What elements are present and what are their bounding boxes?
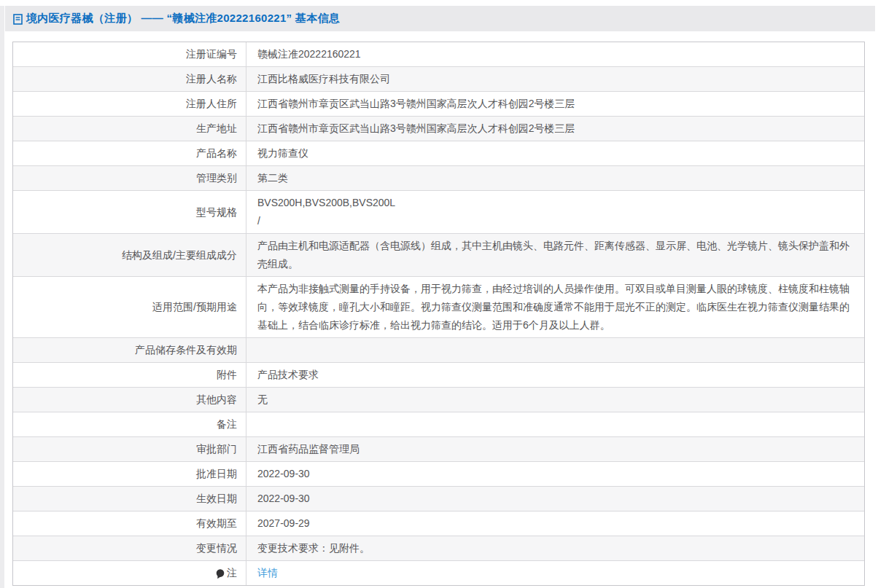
row-value — [246, 412, 864, 436]
row-label: 注册证编号 — [13, 42, 246, 66]
row-value: 变更技术要求：见附件。 — [246, 536, 864, 560]
row-value: 第二类 — [246, 166, 864, 190]
row-label: 产品名称 — [13, 141, 246, 165]
document-icon — [13, 14, 23, 25]
table-row: 生产地址 江西省赣州市章贡区武当山路3号赣州国家高层次人才科创园2号楼三层 — [13, 116, 864, 141]
row-value: 江西省药品监督管理局 — [246, 437, 864, 461]
table-row: 结构及组成/主要组成成分 产品由主机和电源适配器（含电源线）组成，其中主机由镜头… — [13, 233, 864, 276]
table-row: 注册人住所 江西省赣州市章贡区武当山路3号赣州国家高层次人才科创园2号楼三层 — [13, 91, 864, 116]
table-row: 有效期至 2027-09-29 — [13, 511, 864, 536]
details-link[interactable]: 详情 — [257, 564, 278, 582]
row-value: 江西比格威医疗科技有限公司 — [246, 67, 864, 91]
table-row: 注册证编号 赣械注准20222160221 — [13, 42, 864, 66]
row-value: 视力筛查仪 — [246, 141, 864, 165]
row-value: 2027-09-29 — [246, 511, 864, 536]
table-row: 备注 — [13, 412, 864, 436]
row-label: 注册人住所 — [13, 92, 246, 116]
table-row: 适用范围/预期用途 本产品为非接触式测量的手持设备，用于视力筛查，由经过培训的人… — [13, 276, 864, 337]
row-value: 产品技术要求 — [246, 363, 864, 387]
table-row: 附件 产品技术要求 — [13, 362, 864, 387]
row-label: 产品储存条件及有效期 — [13, 338, 246, 362]
table-row: 产品储存条件及有效期 — [13, 337, 864, 362]
table-row: 变更情况 变更技术要求：见附件。 — [13, 536, 864, 560]
row-value: 详情 — [246, 561, 864, 585]
row-label-text: 注 — [227, 564, 237, 582]
page-header-bar: 境内医疗器械（注册） —— “赣械注准20222160221” 基本信息 — [5, 6, 875, 31]
table-row: 管理类别 第二类 — [13, 165, 864, 190]
row-value: 本产品为非接触式测量的手持设备，用于视力筛查，由经过培训的人员操作使用。可双目或… — [246, 277, 864, 337]
row-value — [246, 338, 864, 362]
table-row: 注册人名称 江西比格威医疗科技有限公司 — [13, 66, 864, 91]
page-title-text: 境内医疗器械（注册） —— “赣械注准20222160221” 基本信息 — [26, 12, 340, 26]
row-value: BVS200H,BVS200B,BVS200L / — [246, 191, 864, 233]
row-label: 备注 — [13, 412, 246, 436]
note-balloon-icon — [216, 569, 225, 579]
row-label: 审批部门 — [13, 437, 246, 461]
table-row: 其他内容 无 — [13, 387, 864, 412]
row-label: 结构及组成/主要组成成分 — [13, 234, 246, 276]
row-label: 有效期至 — [13, 511, 246, 536]
row-label: 型号规格 — [13, 191, 246, 233]
row-label: 注册人名称 — [13, 67, 246, 91]
row-value: 无 — [246, 388, 864, 412]
table-row: 产品名称 视力筛查仪 — [13, 141, 864, 165]
row-label: 生产地址 — [13, 117, 246, 141]
row-label: 批准日期 — [13, 462, 246, 486]
page-title: 境内医疗器械（注册） —— “赣械注准20222160221” 基本信息 — [13, 12, 340, 26]
table-row: 注 详情 — [13, 560, 864, 585]
row-label: 其他内容 — [13, 388, 246, 412]
row-value: 2022-09-30 — [246, 462, 864, 486]
page-left-edge — [0, 6, 4, 588]
table-row: 审批部门 江西省药品监督管理局 — [13, 436, 864, 461]
row-value: 江西省赣州市章贡区武当山路3号赣州国家高层次人才科创园2号楼三层 — [246, 117, 864, 141]
row-label: 附件 — [13, 363, 246, 387]
row-value: 2022-09-30 — [246, 487, 864, 511]
row-value: 赣械注准20222160221 — [246, 42, 864, 66]
table-row: 生效日期 2022-09-30 — [13, 486, 864, 511]
row-label: 适用范围/预期用途 — [13, 277, 246, 337]
row-label: 注 — [13, 561, 246, 585]
row-value: 江西省赣州市章贡区武当山路3号赣州国家高层次人才科创园2号楼三层 — [246, 92, 864, 116]
row-value: 产品由主机和电源适配器（含电源线）组成，其中主机由镜头、电路元件、距离传感器、显… — [246, 234, 864, 276]
row-label: 管理类别 — [13, 166, 246, 190]
row-label: 变更情况 — [13, 536, 246, 560]
table-row: 批准日期 2022-09-30 — [13, 461, 864, 486]
table-row: 型号规格 BVS200H,BVS200B,BVS200L / — [13, 190, 864, 233]
row-label: 生效日期 — [13, 487, 246, 511]
registration-info-table: 注册证编号 赣械注准20222160221 注册人名称 江西比格威医疗科技有限公… — [12, 42, 865, 586]
